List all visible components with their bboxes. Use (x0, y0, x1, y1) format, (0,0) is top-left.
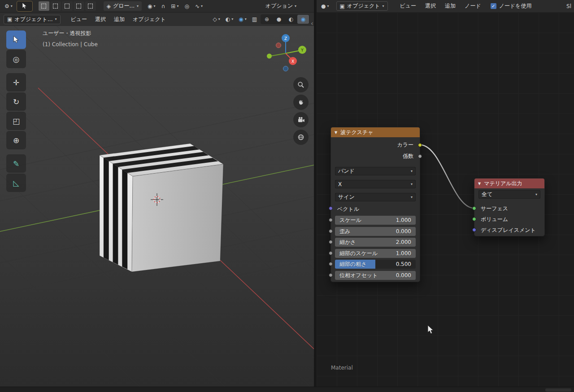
mode-dropdown[interactable]: ▣ オブジェクト... ▾ (4, 15, 61, 24)
menu-object-label: オブジェクト (133, 16, 166, 23)
move-icon: ✛ (13, 78, 19, 87)
shader-node-canvas[interactable]: ▼ 波テクスチャ カラー 係数 バンド ▾ X ▾ サイン ▾ ベクトル スケー… (317, 13, 574, 387)
show-overlays-dropdown[interactable]: ◐ ▾ (224, 14, 235, 24)
gizmo-neg-z-ball[interactable] (283, 66, 288, 71)
wireframe-icon: ⊕ (265, 16, 269, 22)
menu-select-3d[interactable]: 選択 (92, 14, 109, 24)
annotate-tool[interactable]: ✎ (6, 154, 26, 173)
vector-input-socket[interactable] (329, 206, 333, 210)
menu-view[interactable]: ビュー (397, 1, 420, 11)
editor-type-button[interactable]: ⚙ ▾ (3, 1, 14, 11)
cursor-tool[interactable]: ◎ (6, 50, 26, 68)
output-node-header[interactable]: ▼ マテリアル出力 (474, 179, 544, 188)
chevron-down-icon: ▾ (55, 17, 57, 21)
camera-view-button[interactable] (293, 112, 309, 127)
transform-orientation-dropdown[interactable]: ◈ グロー... ▾ (104, 1, 142, 11)
shader-editor-type-button[interactable]: ● ▾ (319, 1, 331, 11)
distortion-label: 歪み (339, 228, 350, 235)
color-to-surface-link[interactable] (420, 145, 474, 208)
menu-add[interactable]: 追加 (442, 1, 459, 11)
detail-scale-field[interactable]: 細部のスケール 1.000 (335, 249, 416, 258)
orientation-icon: ◈ (107, 4, 111, 9)
xray-toggle[interactable]: ▥ (250, 14, 259, 24)
phase-offset-input-socket[interactable] (329, 273, 333, 277)
zoom-button[interactable] (293, 77, 309, 92)
menu-node[interactable]: ノード (461, 1, 484, 11)
detail-scale-input-socket[interactable] (329, 251, 333, 255)
axis-gizmo[interactable]: Z Y X (267, 32, 312, 75)
region-collapse-arrow[interactable]: ‹ (311, 20, 313, 27)
gizmo-neg-y-ball[interactable] (267, 54, 272, 59)
detail-input-socket[interactable] (329, 240, 333, 244)
menu-object[interactable]: オブジェクト (130, 14, 169, 24)
move-tool[interactable]: ✛ (6, 73, 26, 91)
scale-tool[interactable]: ◰ (6, 112, 26, 130)
displacement-input-label: ディスプレイスメント (481, 226, 536, 234)
shading-wireframe-button[interactable]: ⊕ (261, 15, 273, 24)
selection-mode-extend[interactable] (50, 1, 61, 11)
surface-input-label: サーフェス (481, 205, 508, 213)
pan-button[interactable] (293, 95, 309, 110)
measure-tool[interactable]: ◺ (6, 174, 26, 192)
menu-add-3d[interactable]: 追加 (111, 14, 128, 24)
material-output-node[interactable]: ▼ マテリアル出力 全て ▾ サーフェス ボリューム ディスプレイスメント (474, 178, 545, 236)
detail-roughness-field[interactable]: 細部の粗さ 0.500 (335, 260, 416, 269)
chevron-down-icon: ▾ (231, 17, 233, 21)
viewport-3d[interactable]: ユーザー・透視投影 (1) Collection | Cube ◎ ✛ ↻ ◰ … (0, 26, 314, 387)
distortion-input-socket[interactable] (329, 229, 333, 233)
transform-tool[interactable]: ⊕ (6, 131, 26, 149)
factor-output-socket[interactable] (418, 154, 422, 158)
wave-type-dropdown[interactable]: バンド ▾ (335, 167, 416, 175)
snap-settings-dropdown[interactable]: ⊞ ▾ (169, 1, 180, 11)
wave-node-header[interactable]: ▼ 波テクスチャ (331, 127, 420, 137)
displacement-input-socket[interactable] (472, 228, 476, 232)
direction-dropdown[interactable]: X ▾ (335, 180, 416, 188)
detail-roughness-input-socket[interactable] (329, 262, 333, 266)
shader-type-dropdown[interactable]: ▣ オブジェクト ▾ (336, 1, 388, 11)
shading-rendered-button[interactable]: ◉ (297, 15, 309, 24)
show-gizmo-dropdown[interactable]: ◇ ▾ (211, 14, 222, 24)
surface-input-socket[interactable] (472, 206, 476, 210)
menu-select[interactable]: 選択 (422, 1, 439, 11)
proportional-edit-toggle[interactable]: ◎ (183, 1, 191, 11)
scale-field[interactable]: スケール 1.000 (335, 216, 416, 225)
gizmo-neg-x-ball[interactable] (276, 43, 281, 48)
object-cube-icon: ▣ (340, 4, 345, 9)
snap-toggle-button[interactable]: ∩ (160, 1, 167, 11)
distortion-field[interactable]: 歪み 0.000 (335, 227, 416, 236)
menu-view-3d[interactable]: ビュー (68, 14, 91, 24)
selection-mode-intersect[interactable] (85, 1, 96, 11)
shading-material-button[interactable]: ◐ (285, 15, 297, 24)
options-menu[interactable]: オプション ▾ (262, 1, 300, 11)
phase-offset-field[interactable]: 位相オフセット 0.000 (335, 271, 416, 280)
color-output-socket[interactable] (418, 143, 422, 147)
proportional-falloff-dropdown[interactable]: ∿ ▾ (193, 1, 204, 11)
perspective-toggle-button[interactable] (293, 130, 309, 145)
rotate-icon: ↻ (13, 97, 19, 106)
selection-mode-invert[interactable] (74, 1, 84, 11)
scale-value: 1.000 (396, 217, 411, 223)
wave-texture-node[interactable]: ▼ 波テクスチャ カラー 係数 バンド ▾ X ▾ サイン ▾ ベクトル スケー… (330, 127, 420, 282)
pivot-point-dropdown[interactable]: ◉ ▾ (146, 1, 157, 11)
selection-mode-subtract[interactable] (62, 1, 73, 11)
select-invert-icon (76, 4, 81, 9)
use-nodes-checkbox[interactable]: ✓ ノードを使用 (491, 2, 532, 10)
detail-field[interactable]: 細かさ 2.000 (335, 238, 416, 247)
collapse-triangle-icon: ▼ (335, 131, 337, 135)
active-tool-button[interactable] (17, 1, 33, 12)
overlays-icon: ◐ (226, 17, 230, 22)
rotate-tool[interactable]: ↻ (6, 92, 26, 111)
scale-input-socket[interactable] (329, 218, 333, 222)
shading-solid-button[interactable]: ● (273, 15, 285, 24)
detail-value: 2.000 (396, 239, 411, 245)
profile-dropdown[interactable]: サイン ▾ (335, 193, 416, 201)
cube-object[interactable] (100, 144, 223, 272)
output-target-dropdown[interactable]: 全て ▾ (478, 190, 540, 199)
select-box-tool[interactable] (6, 30, 26, 49)
selection-mode-new[interactable] (39, 1, 49, 11)
shading-settings-dropdown[interactable]: ◉ ▾ (237, 14, 248, 24)
factor-output-row: 係数 (403, 152, 413, 161)
shading-mode-group: ⊕ ● ◐ ◉ (261, 14, 309, 24)
scale-label: スケール (339, 217, 361, 224)
volume-input-socket[interactable] (472, 217, 476, 221)
